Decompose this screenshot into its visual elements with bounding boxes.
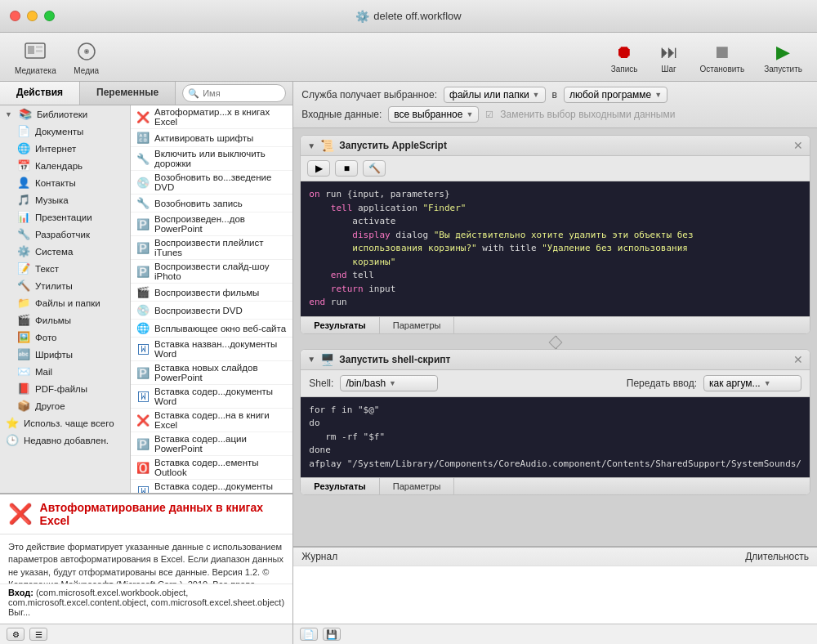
record-button[interactable]: ⏺ Запись <box>605 38 645 77</box>
action-item[interactable]: 🅆Вставка содер...документы Word <box>131 385 292 409</box>
category-item-photos[interactable]: 🖼️Фото <box>11 329 130 346</box>
replace-checkbox[interactable]: ☑ <box>485 110 493 120</box>
run-button[interactable]: ▶ Запустить <box>757 38 809 77</box>
action-item[interactable]: 🔧Включить или выключить дорожки <box>131 147 292 171</box>
shell-params-tab[interactable]: Параметры <box>380 478 455 494</box>
log-export-button[interactable]: 💾 <box>323 628 341 641</box>
log-doc-button[interactable]: 📄 <box>300 628 318 641</box>
category-item-utilities[interactable]: 🔨Утилиты <box>11 277 130 294</box>
code-line: done <box>309 444 801 458</box>
action-item[interactable]: 🅿️Вставка новых слайдов PowerPoint <box>131 361 292 385</box>
action-item[interactable]: 💿Возобновить во...зведение DVD <box>131 171 292 195</box>
titlebar: ⚙️ delete off.workflow <box>0 0 817 33</box>
action-item[interactable]: 🅾️Вставка содер...ементы Outlook <box>131 456 292 480</box>
category-item-calendar[interactable]: 📅Календарь <box>11 157 130 174</box>
action-item[interactable]: 🅿️Воспроизвести слайд-шоу iPhoto <box>131 260 292 284</box>
stop-button[interactable]: ⏹ Остановить <box>694 38 752 77</box>
service-bar: Служба получает выбранное: файлы или пап… <box>293 82 817 128</box>
shell-label: Shell: <box>309 378 333 389</box>
svg-rect-1 <box>28 46 34 54</box>
pass-input-select[interactable]: как аргум... ▼ <box>703 375 801 391</box>
action-item[interactable]: 🅿️Воспроизведен...дов PowerPoint <box>131 212 292 236</box>
applescript-compile-button[interactable]: 🔨 <box>363 160 386 177</box>
category-item-contacts[interactable]: 👤Контакты <box>11 174 130 191</box>
shell-header: ▼ 🖥️ Запустить shell-скрипт ✕ <box>301 350 810 370</box>
category-item-other[interactable]: 📦Другое <box>11 397 130 414</box>
category-item-system[interactable]: ⚙️Система <box>11 243 130 260</box>
category-item-documents[interactable]: 📄Документы <box>11 123 130 140</box>
action-item[interactable]: 🅿️Вставка содер...ации PowerPoint <box>131 432 292 456</box>
action-icon: 🅿️ <box>136 266 150 278</box>
action-item[interactable]: 🅆Вставка назван...документы Word <box>131 338 292 361</box>
pass-input-label: Передать ввод: <box>627 378 697 389</box>
category-item-internet[interactable]: 🌐Интернет <box>11 140 130 157</box>
category-item-developer[interactable]: 🔧Разработчик <box>11 226 130 243</box>
applescript-results-tab[interactable]: Результаты <box>301 317 379 333</box>
shell-toggle[interactable]: ▼ <box>307 355 315 364</box>
window-controls[interactable] <box>10 11 55 21</box>
category-list: ▼📚Библиотеки📄Документы🌐Интернет📅Календар… <box>0 105 131 493</box>
shell-results-tab[interactable]: Результаты <box>301 478 379 494</box>
category-item-presentations[interactable]: 📊Презентации <box>11 208 130 226</box>
info-panel: ❌ Автоформатирование данных в книгах Exc… <box>0 493 292 644</box>
shell-select[interactable]: /bin/bash ▼ <box>340 375 438 391</box>
search-box: 🔍 <box>176 82 292 105</box>
maximize-button[interactable] <box>44 11 55 21</box>
log-duration: Длительность <box>745 551 809 562</box>
code-line: return input <box>309 283 801 297</box>
action-label: Автоформатир...х в книгах Excel <box>154 107 288 127</box>
category-item-libraries[interactable]: ▼📚Библиотеки <box>0 105 130 123</box>
info-list-button[interactable]: ☰ <box>29 628 47 641</box>
library-button[interactable]: Медиатека <box>8 34 63 79</box>
pass-arrow-icon: ▼ <box>764 379 771 387</box>
action-item[interactable]: 🔠Активировать шрифты <box>131 129 292 147</box>
action-item[interactable]: ❌Автоформатир...х в книгах Excel <box>131 105 292 129</box>
category-item-recent[interactable]: 🕒Недавно добавлен. <box>0 432 130 449</box>
applescript-close-button[interactable]: ✕ <box>793 139 803 152</box>
action-item[interactable]: 🅿️Воспроизвести плейлист iTunes <box>131 236 292 260</box>
code-line: end run <box>309 296 801 310</box>
category-item-text[interactable]: 📝Текст <box>11 260 130 277</box>
action-item[interactable]: 🎬Воспроизвести фильмы <box>131 284 292 302</box>
search-wrap: 🔍 <box>182 84 286 102</box>
info-icon: ❌ <box>8 501 33 527</box>
action-icon: 🅾️ <box>136 462 150 474</box>
left-panel: Действия Переменные 🔍 ▼📚Библиотеки📄Докум… <box>0 82 293 644</box>
action-item[interactable]: 💿Воспроизвести DVD <box>131 302 292 320</box>
category-item-films[interactable]: 🎬Фильмы <box>11 311 130 329</box>
category-item-fonts[interactable]: 🔤Шрифты <box>11 346 130 363</box>
media-button[interactable]: Медиа <box>67 34 106 79</box>
applescript-stop-button[interactable]: ■ <box>335 160 358 177</box>
step-button[interactable]: ⏭ Шаг <box>651 38 687 77</box>
close-button[interactable] <box>10 11 20 21</box>
action-icon: 🅆 <box>136 343 150 356</box>
search-input[interactable] <box>182 84 286 102</box>
action-item[interactable]: 🅆Вставка содер...документы Word <box>131 480 292 493</box>
applescript-run-button[interactable]: ▶ <box>307 160 330 177</box>
input-data-select[interactable]: все выбранное ▼ <box>388 106 479 123</box>
tab-variables[interactable]: Переменные <box>80 82 176 105</box>
in-select[interactable]: любой программе ▼ <box>564 87 667 103</box>
tab-actions[interactable]: Действия <box>0 82 80 105</box>
action-item[interactable]: ❌Вставка содер...на в книги Excel <box>131 409 292 432</box>
input-data-label: Входные данные: <box>301 109 382 120</box>
list-area: ▼📚Библиотеки📄Документы🌐Интернет📅Календар… <box>0 105 292 493</box>
category-item-pdf[interactable]: 📕PDF-файлы <box>11 380 130 397</box>
category-item-files[interactable]: 📁Файлы и папки <box>11 294 130 311</box>
service-row-1: Служба получает выбранное: файлы или пап… <box>301 87 809 103</box>
shell-close-button[interactable]: ✕ <box>793 353 803 366</box>
minimize-button[interactable] <box>27 11 38 21</box>
category-item-music[interactable]: 🎵Музыка <box>11 191 130 208</box>
info-settings-button[interactable]: ⚙ <box>7 628 25 641</box>
svg-point-6 <box>86 51 87 52</box>
service-select[interactable]: файлы или папки ▼ <box>444 87 546 103</box>
code-line: afplay "/System/Library/Components/CoreA… <box>309 458 801 472</box>
applescript-params-tab[interactable]: Параметры <box>380 317 455 333</box>
action-label: Вставка содер...ации PowerPoint <box>154 434 288 454</box>
log-title: Журнал <box>301 551 337 562</box>
category-item-mail[interactable]: ✉️Mail <box>11 363 130 380</box>
action-item[interactable]: 🌐Всплывающее окно веб-сайта <box>131 320 292 338</box>
category-item-frequent[interactable]: ⭐Использ. чаще всего <box>0 414 130 432</box>
applescript-toggle[interactable]: ▼ <box>307 141 315 150</box>
action-item[interactable]: 🔧Возобновить запись <box>131 195 292 212</box>
